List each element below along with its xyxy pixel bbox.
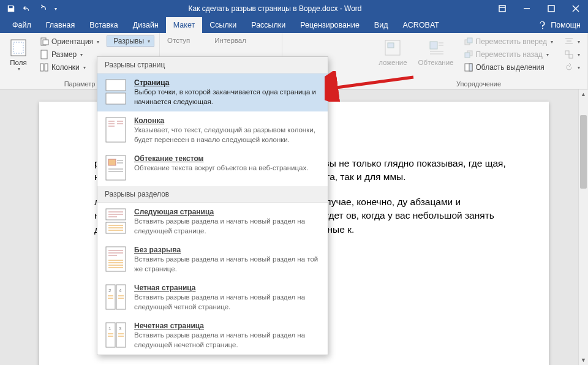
wrap-icon xyxy=(426,38,446,58)
svg-rect-41 xyxy=(108,159,116,165)
breaks-button[interactable]: Разрывы▾ xyxy=(107,36,154,47)
selection-pane-label: Область выделения xyxy=(476,63,545,72)
text-wrapping-icon xyxy=(105,154,127,181)
breaks-label: Разрывы xyxy=(113,37,144,45)
dropdown-item-next-page[interactable]: Следующая страница Вставить разрыв разде… xyxy=(97,203,328,241)
save-button[interactable] xyxy=(4,1,18,16)
tab-design[interactable]: Дизайн xyxy=(126,17,166,33)
bring-forward-button[interactable]: Переместить вперед▾ xyxy=(461,36,556,48)
size-button[interactable]: Размер▾ xyxy=(37,48,102,61)
qat-more-button[interactable]: ▾ xyxy=(51,1,60,16)
odd-page-icon: 13 xyxy=(105,322,127,348)
svg-rect-16 xyxy=(430,42,437,49)
dropdown-item-column-break[interactable]: Колонка Указывает, что текст, следующий … xyxy=(97,111,328,149)
send-backward-label: Переместить назад xyxy=(476,50,543,59)
tab-view[interactable]: Вид xyxy=(367,17,396,33)
undo-button[interactable] xyxy=(20,1,34,16)
redo-button[interactable] xyxy=(36,1,50,16)
tab-file[interactable]: Файл xyxy=(5,17,39,33)
dropdown-item-desc: Вставить разрыв раздела и начать новый р… xyxy=(134,255,320,274)
column-break-icon xyxy=(105,116,127,143)
spacing-label: Интервал xyxy=(214,37,246,44)
wrap-label: Обтекание xyxy=(418,59,454,66)
position-button[interactable]: ложение xyxy=(375,36,410,73)
even-page-icon: 24 xyxy=(105,284,127,310)
dropdown-item-odd-page[interactable]: 13 Нечетная страница Вставить разрыв раз… xyxy=(97,317,328,355)
tell-me-label: Помощн xyxy=(551,21,581,29)
dropdown-item-desc: Указывает, что текст, следующий за разры… xyxy=(134,126,320,145)
dropdown-item-title: Без разрыва xyxy=(134,246,320,254)
dropdown-item-desc: Вставить разрыв раздела и начать новый р… xyxy=(134,331,320,350)
dropdown-item-title: Четная страница xyxy=(134,284,320,292)
svg-rect-10 xyxy=(40,64,43,71)
columns-label: Колонки xyxy=(51,63,80,72)
tell-me-field[interactable]: Помощн xyxy=(531,17,588,33)
bring-forward-icon xyxy=(464,37,473,47)
svg-text:4: 4 xyxy=(119,288,122,293)
scroll-thumb[interactable] xyxy=(580,115,587,189)
tab-home[interactable]: Главная xyxy=(39,17,83,33)
group-icon xyxy=(564,50,574,59)
dropdown-item-text-wrapping-break[interactable]: Обтекание текстом Обтекание текста вокру… xyxy=(97,149,328,186)
position-icon xyxy=(383,38,402,58)
dropdown-item-desc: Вставить разрыв раздела и начать новый р… xyxy=(134,217,320,236)
dropdown-item-page-break[interactable]: Страница Выбор точки, в которой заканчив… xyxy=(97,73,328,111)
svg-rect-15 xyxy=(388,43,394,48)
tab-mailings[interactable]: Рассылки xyxy=(244,17,293,33)
align-icon xyxy=(564,37,574,47)
svg-rect-2 xyxy=(548,6,554,12)
tab-review[interactable]: Рецензирование xyxy=(293,17,367,33)
align-button[interactable]: ▾ xyxy=(562,36,582,48)
wrap-text-button[interactable]: Обтекание xyxy=(415,36,458,73)
tab-insert[interactable]: Вставка xyxy=(82,17,125,33)
ribbon-tabs: Файл Главная Вставка Дизайн Макет Ссылки… xyxy=(0,17,588,33)
columns-button[interactable]: Колонки▾ xyxy=(37,61,102,73)
position-label: ложение xyxy=(379,59,407,66)
send-backward-icon xyxy=(464,50,473,59)
scroll-down-button[interactable]: ▼ xyxy=(579,355,588,365)
vertical-scrollbar[interactable]: ▲ ▼ xyxy=(578,89,588,365)
svg-rect-26 xyxy=(469,64,472,71)
maximize-button[interactable] xyxy=(539,0,564,17)
size-icon xyxy=(39,50,49,59)
dropdown-section-header: Разрывы разделов xyxy=(97,186,328,203)
svg-rect-9 xyxy=(41,50,47,59)
tab-layout[interactable]: Макет xyxy=(166,17,202,33)
chevron-down-icon: ▾ xyxy=(18,66,20,72)
breaks-dropdown: Разрывы страниц Страница Выбор точки, в … xyxy=(97,56,328,355)
title-bar: ▾ Как сделать разрыв страницы в Ворде.do… xyxy=(0,0,588,17)
dropdown-item-even-page[interactable]: 24 Четная страница Вставить разрыв разде… xyxy=(97,279,328,317)
send-backward-button[interactable]: Переместить назад▾ xyxy=(461,48,556,61)
dropdown-item-continuous[interactable]: Без разрыва Вставить разрыв раздела и на… xyxy=(97,241,328,279)
tab-references[interactable]: Ссылки xyxy=(202,17,244,33)
selection-pane-button[interactable]: Область выделения xyxy=(461,61,556,73)
margins-icon xyxy=(9,38,28,58)
dropdown-item-desc: Выбор точки, в которой заканчивается одн… xyxy=(134,88,320,107)
close-button[interactable] xyxy=(564,0,588,17)
rotate-button[interactable]: ▾ xyxy=(562,61,582,73)
svg-rect-24 xyxy=(465,53,470,58)
svg-rect-8 xyxy=(43,40,48,45)
group-arrange-label: Упорядочение xyxy=(375,79,582,88)
orientation-icon xyxy=(39,37,49,47)
svg-rect-22 xyxy=(467,38,472,43)
rotate-icon xyxy=(564,62,574,72)
margins-button[interactable]: Поля ▾ xyxy=(5,36,32,74)
dropdown-item-title: Следующая страница xyxy=(134,208,320,216)
svg-rect-30 xyxy=(565,51,569,55)
minimize-button[interactable] xyxy=(514,0,539,17)
svg-rect-32 xyxy=(106,80,126,91)
window-title: Как сделать разрыв страницы в Ворде.docx… xyxy=(60,4,490,13)
selection-pane-icon xyxy=(464,62,473,72)
scroll-up-button[interactable]: ▲ xyxy=(579,89,588,99)
group-button[interactable]: ▾ xyxy=(562,48,582,61)
ribbon-display-options[interactable] xyxy=(490,0,514,17)
orientation-button[interactable]: Ориентация▾ xyxy=(37,36,102,48)
bring-forward-label: Переместить вперед xyxy=(476,37,547,46)
dropdown-item-title: Обтекание текстом xyxy=(134,154,308,163)
orientation-label: Ориентация xyxy=(51,37,93,46)
page-break-icon xyxy=(105,78,127,105)
svg-rect-0 xyxy=(499,6,505,12)
dropdown-item-title: Колонка xyxy=(134,116,320,125)
tab-acrobat[interactable]: ACROBAT xyxy=(395,17,447,33)
